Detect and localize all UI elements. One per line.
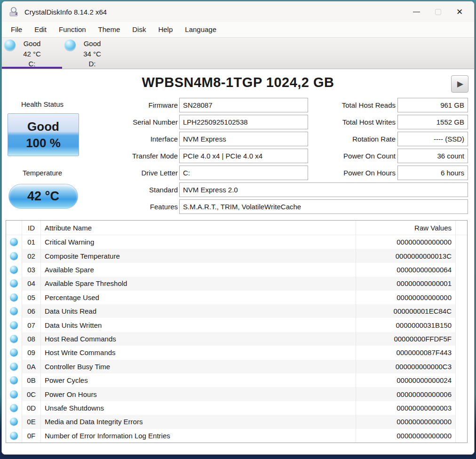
tab-temperature: 34 °C	[62, 49, 122, 59]
smart-table-row: 06Data Units Read000000001EC84C	[6, 304, 467, 318]
title-bar: CrystalDiskInfo 8.14.2 x64 ✕	[2, 1, 474, 22]
info-field-value: NVM Express 2.0	[179, 182, 468, 197]
attribute-status-orb-icon	[10, 321, 18, 329]
smart-table-row: 0BPower Cycles00000000000024	[6, 373, 467, 387]
menu-item-edit[interactable]: Edit	[28, 22, 53, 37]
close-icon: ✕	[456, 7, 463, 17]
smart-table-row: 02Composite Temperature0000000000013C	[6, 249, 467, 262]
attribute-status-orb-icon	[10, 348, 18, 356]
smart-table-row: 07Data Units Written0000000031B150	[6, 318, 467, 332]
stat-field-row: Total Host Writes1552 GB	[2, 115, 474, 129]
attribute-status-cell	[6, 263, 22, 277]
attribute-status-orb-icon	[10, 293, 18, 301]
attribute-name: Data Units Read	[41, 304, 356, 318]
attribute-tail-spacer	[456, 277, 467, 290]
attribute-status-cell	[6, 360, 22, 373]
info-field-row: FeaturesS.M.A.R.T., TRIM, VolatileWriteC…	[2, 199, 474, 214]
attribute-status-orb-icon	[10, 363, 18, 371]
attribute-status-orb-icon	[10, 252, 18, 260]
attribute-status-orb-icon	[10, 266, 18, 274]
stat-field-row: Power On Count36 count	[2, 149, 474, 163]
attribute-status-orb-icon	[10, 390, 18, 398]
menu-item-language[interactable]: Language	[179, 22, 222, 37]
attribute-tail-spacer	[456, 332, 467, 346]
attribute-id: 0B	[22, 373, 41, 387]
menu-item-file[interactable]: File	[5, 22, 28, 37]
attribute-status-orb-icon	[10, 418, 18, 426]
maximize-icon	[435, 9, 441, 15]
drive-tab-c[interactable]: Good42 °CC:	[2, 38, 62, 69]
attribute-raw-value: 00000000FFDF5F	[356, 332, 456, 346]
attribute-id: 0F	[22, 429, 41, 443]
attribute-id: 08	[22, 332, 41, 346]
attribute-name: Number of Error Information Log Entries	[41, 429, 356, 443]
attribute-tail-spacer	[456, 318, 467, 332]
tab-drive-letter: D:	[62, 59, 122, 69]
attribute-raw-value: 00000000000003	[356, 401, 456, 415]
stat-field-label: Rotation Rate	[298, 132, 396, 146]
attribute-status-cell	[6, 415, 22, 428]
attribute-name: Available Spare Threshold	[41, 277, 356, 290]
attribute-status-cell	[6, 318, 22, 332]
attribute-name: Controller Busy Time	[41, 360, 356, 373]
attribute-tail-spacer	[456, 249, 467, 262]
attribute-name: Composite Temperature	[41, 249, 356, 262]
attribute-status-cell	[6, 291, 22, 304]
attribute-status-orb-icon	[10, 404, 18, 412]
attribute-status-cell	[6, 235, 22, 249]
drive-tab-d[interactable]: Good34 °CD:	[62, 38, 122, 69]
stat-field-row: Power On Hours6 hours	[2, 166, 474, 180]
info-field-row: StandardNVM Express 2.0	[2, 182, 474, 197]
close-button[interactable]: ✕	[449, 1, 470, 22]
smart-table-row: 05Percentage Used00000000000000	[6, 291, 467, 304]
stat-field-row: Rotation Rate---- (SSD)	[2, 132, 474, 146]
minimize-button[interactable]	[405, 1, 427, 22]
attribute-raw-value: 0000000087F443	[356, 346, 456, 359]
attribute-tail-spacer	[456, 387, 467, 401]
smart-table-row: 0FNumber of Error Information Log Entrie…	[6, 429, 467, 443]
attribute-name: Available Spare	[41, 263, 356, 277]
tab-drive-letter: C:	[2, 59, 62, 69]
attribute-name: Power On Hours	[41, 387, 356, 401]
attribute-id: 02	[22, 249, 41, 262]
attribute-status-orb-icon	[10, 432, 18, 440]
attribute-id: 06	[22, 304, 41, 318]
attribute-id: 04	[22, 277, 41, 290]
tab-status: Good	[2, 39, 62, 48]
attribute-id: 0D	[22, 401, 41, 415]
main-content: WPBSN4M8-1TGP 1024,2 GB ▶ Health Status …	[2, 69, 474, 455]
smart-table-row: 04Available Spare Threshold0000000000000…	[6, 277, 467, 290]
stat-field-label: Total Host Reads	[298, 98, 396, 112]
window-controls: ✕	[405, 1, 474, 22]
attribute-status-cell	[6, 373, 22, 387]
next-drive-button[interactable]: ▶	[451, 75, 468, 93]
attribute-name: Host Read Commands	[41, 332, 356, 346]
smart-table-row: 0DUnsafe Shutdowns00000000000003	[6, 401, 467, 415]
menu-item-disk[interactable]: Disk	[126, 22, 152, 37]
attribute-id: 0E	[22, 415, 41, 428]
attribute-tail-spacer	[456, 429, 467, 443]
smart-attribute-table: IDAttribute NameRaw Values01Critical War…	[6, 220, 468, 443]
stat-field-label: Power On Count	[298, 149, 396, 163]
attribute-raw-value: 000000001EC84C	[356, 304, 456, 318]
menu-item-function[interactable]: Function	[53, 22, 92, 37]
attribute-status-cell	[6, 429, 22, 443]
attribute-name: Data Units Written	[41, 318, 356, 332]
attribute-raw-value: 00000000000001	[356, 277, 456, 290]
menu-item-theme[interactable]: Theme	[92, 22, 127, 37]
stat-field-value: 1552 GB	[397, 115, 468, 129]
maximize-button[interactable]	[427, 1, 449, 22]
header-attribute-name: Attribute Name	[41, 221, 356, 235]
menu-item-help[interactable]: Help	[152, 22, 179, 37]
attribute-name: Media and Data Integrity Errors	[41, 415, 356, 428]
attribute-status-cell	[6, 304, 22, 318]
attribute-name: Power Cycles	[41, 373, 356, 387]
attribute-status-orb-icon	[10, 307, 18, 315]
attribute-tail-spacer	[456, 360, 467, 373]
stat-field-value: 961 GB	[397, 98, 468, 112]
stat-field-value: 36 count	[397, 149, 468, 163]
attribute-status-cell	[6, 346, 22, 359]
attribute-raw-value: 00000000000064	[356, 263, 456, 277]
info-field-label: Standard	[72, 182, 178, 197]
attribute-status-orb-icon	[10, 238, 18, 246]
